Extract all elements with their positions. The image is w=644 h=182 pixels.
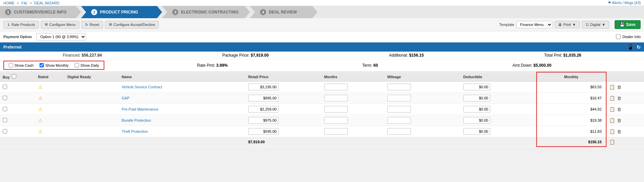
buy-all-checkbox[interactable] bbox=[12, 74, 16, 79]
deductible-input-4[interactable] bbox=[463, 128, 490, 135]
delete-icon-4[interactable]: 🗑 bbox=[617, 129, 621, 134]
months-input-4[interactable] bbox=[324, 128, 348, 135]
deductible-input-2[interactable] bbox=[463, 106, 490, 113]
products-tbody: ⚠ Vehicle Service Contract $63.55 📋 bbox=[0, 82, 644, 137]
buy-checkbox-0[interactable] bbox=[3, 85, 7, 89]
breadcrumb-fi[interactable]: F&I bbox=[22, 1, 27, 5]
wizard-step-2[interactable]: 2 PRODUCT PRICING bbox=[81, 6, 162, 18]
footer-total-price: $7,919.00 bbox=[246, 137, 321, 147]
delete-icon-3[interactable]: 🗑 bbox=[617, 118, 621, 123]
template-section: Template Finance Menu. 🖶 Print ▼ ☷ Digit… bbox=[499, 20, 641, 29]
col-rated: Rated bbox=[35, 72, 65, 82]
wizard-step-4[interactable]: 4 DEAL REVIEW bbox=[250, 6, 317, 18]
months-input-2[interactable] bbox=[324, 106, 348, 113]
alerts-link[interactable]: ⚑ Alerts / Msgs [43] bbox=[608, 1, 641, 5]
deductible-input-1[interactable] bbox=[463, 95, 490, 101]
months-input-0[interactable] bbox=[324, 84, 348, 90]
additional-label: Additional: $156.15 bbox=[389, 53, 424, 58]
show-daily-checkbox[interactable] bbox=[75, 63, 79, 67]
table-header-row: Buy Rated Digital Ready Name Retail Pric… bbox=[0, 72, 644, 82]
delete-icon-1[interactable]: 🗑 bbox=[617, 96, 621, 101]
financed-label: Financed: $56,227.84 bbox=[63, 53, 102, 58]
deductible-input-3[interactable] bbox=[463, 117, 490, 124]
summary-extra: Rate Pmt: 3.99% Term: 60 Amt Down: $5,00… bbox=[108, 63, 641, 68]
wizard-step-3[interactable]: 3 ELECTRONIC CONTRACTING bbox=[162, 6, 250, 18]
retail-price-input-3[interactable] bbox=[248, 117, 279, 124]
wizard-step-1[interactable]: 1 CUSTOMER/VEHICLE INFO bbox=[0, 6, 81, 18]
show-daily-label: Show Daily bbox=[80, 63, 99, 67]
monthly-value-3: $19.38 bbox=[537, 115, 606, 126]
show-monthly-label: Show Monthly bbox=[45, 63, 69, 67]
delete-icon-2[interactable]: 🗑 bbox=[617, 107, 621, 112]
breadcrumb: HOME > F&I > DEAL WIZARD bbox=[3, 1, 59, 5]
payment-option-select[interactable]: Option 1 (60 @ 3.99%) bbox=[36, 33, 86, 40]
step-label-3: ELECTRONIC CONTRACTING bbox=[181, 10, 238, 14]
products-table-container: Buy Rated Digital Ready Name Retail Pric… bbox=[0, 72, 644, 147]
monthly-value-0: $63.55 bbox=[537, 82, 606, 93]
preferred-bar: Preferred 📱 ↻ bbox=[0, 42, 644, 52]
configure-menu-button[interactable]: ⚒ Configure Menu bbox=[41, 21, 79, 29]
product-name-3[interactable]: Bundle Protection bbox=[122, 118, 151, 122]
digital-chevron-icon: ▼ bbox=[602, 23, 606, 27]
refresh-icon[interactable]: ↻ bbox=[637, 44, 641, 50]
product-name-4[interactable]: Theft Protection bbox=[122, 129, 148, 133]
print-button[interactable]: 🖶 Print ▼ bbox=[555, 21, 580, 28]
months-input-3[interactable] bbox=[324, 117, 348, 124]
delete-icon-0[interactable]: 🗑 bbox=[617, 85, 621, 90]
breadcrumb-home[interactable]: HOME bbox=[3, 1, 15, 5]
product-name-2[interactable]: Pre-Paid Maintenance bbox=[122, 107, 158, 111]
product-name-0[interactable]: Vehicle Service Contract bbox=[122, 85, 162, 89]
wrench-icon: ⚒ bbox=[45, 23, 48, 27]
mileage-input-1[interactable] bbox=[387, 95, 411, 101]
reset-icon: ↻ bbox=[85, 23, 88, 27]
col-actions bbox=[606, 72, 644, 82]
grid-icon: ☷ bbox=[586, 23, 589, 27]
breadcrumb-deal-wizard: DEAL WIZARD bbox=[34, 1, 59, 5]
col-name: Name bbox=[119, 72, 246, 82]
retail-price-input-2[interactable] bbox=[248, 106, 279, 113]
show-cash-label: Show Cash bbox=[15, 63, 33, 67]
rated-warning-icon-1: ⚠ bbox=[38, 95, 43, 101]
buy-checkbox-3[interactable] bbox=[3, 118, 7, 122]
copy-icon-3[interactable]: 📋 bbox=[609, 118, 615, 123]
save-button[interactable]: 💾 Save bbox=[615, 20, 641, 29]
product-name-1[interactable]: GAP bbox=[122, 96, 129, 100]
preferred-icons: 📱 ↻ bbox=[627, 44, 641, 50]
rate-products-button[interactable]: ⇓ Rate Products bbox=[3, 21, 39, 29]
wizard-steps: 1 CUSTOMER/VEHICLE INFO 2 PRODUCT PRICIN… bbox=[0, 6, 644, 18]
col-deductible: Deductible bbox=[461, 72, 537, 82]
footer-copy-icon[interactable]: 📋 bbox=[609, 139, 615, 145]
col-digital-ready: Digital Ready bbox=[65, 72, 119, 82]
show-cash-checkbox[interactable] bbox=[9, 63, 13, 67]
col-months: Months bbox=[321, 72, 385, 82]
deductible-input-0[interactable] bbox=[463, 84, 490, 90]
template-select[interactable]: Finance Menu. bbox=[516, 21, 552, 28]
months-input-1[interactable] bbox=[324, 95, 348, 101]
buy-checkbox-2[interactable] bbox=[3, 107, 7, 111]
table-row: ⚠ GAP $16.47 📋 🗑 bbox=[0, 93, 644, 104]
mileage-input-3[interactable] bbox=[387, 117, 411, 124]
copy-icon-4[interactable]: 📋 bbox=[609, 129, 615, 134]
rated-warning-icon-0: ⚠ bbox=[38, 84, 43, 90]
copy-icon-2[interactable]: 📋 bbox=[609, 107, 615, 112]
rated-warning-icon-4: ⚠ bbox=[38, 129, 43, 134]
digital-button[interactable]: ☷ Digital ▼ bbox=[582, 21, 609, 29]
payment-option-label: Payment Option bbox=[3, 35, 32, 39]
show-monthly-checkbox[interactable] bbox=[40, 63, 44, 67]
show-daily-option: Show Daily bbox=[75, 63, 99, 67]
retail-price-input-0[interactable] bbox=[248, 84, 279, 90]
dealer-info-checkbox[interactable] bbox=[616, 34, 621, 39]
reset-button[interactable]: ↻ Reset bbox=[81, 21, 103, 29]
mileage-input-4[interactable] bbox=[387, 128, 411, 135]
retail-price-input-1[interactable] bbox=[248, 95, 279, 101]
buy-checkbox-1[interactable] bbox=[3, 96, 7, 100]
retail-price-input-4[interactable] bbox=[248, 128, 279, 135]
configure-accept-button[interactable]: ⚒ Configure Accept/Decline bbox=[105, 21, 159, 29]
buy-checkbox-4[interactable] bbox=[3, 129, 7, 133]
mileage-input-2[interactable] bbox=[387, 106, 411, 113]
copy-icon-1[interactable]: 📋 bbox=[609, 95, 615, 101]
show-cash-option: Show Cash bbox=[9, 63, 33, 67]
mileage-input-0[interactable] bbox=[387, 84, 411, 90]
phone-icon[interactable]: 📱 bbox=[627, 44, 634, 50]
copy-icon-0[interactable]: 📋 bbox=[609, 84, 615, 90]
